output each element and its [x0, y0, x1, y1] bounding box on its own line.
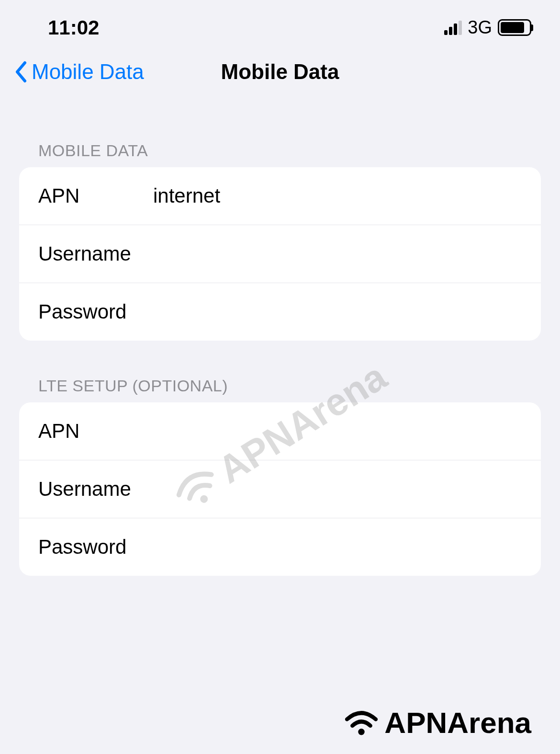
form-row-username[interactable]: Username	[19, 225, 541, 283]
password-label: Password	[38, 300, 153, 323]
lte-password-input[interactable]	[153, 536, 522, 559]
lte-username-input[interactable]	[153, 478, 522, 501]
signal-icon	[444, 21, 462, 35]
section-header-mobile-data: MOBILE DATA	[0, 141, 560, 160]
back-button[interactable]: Mobile Data	[14, 60, 144, 84]
svg-point-1	[358, 729, 365, 735]
status-time: 11:02	[48, 16, 99, 39]
username-input[interactable]	[153, 242, 522, 265]
form-row-password[interactable]: Password	[19, 283, 541, 341]
status-bar: 11:02 3G	[0, 0, 560, 48]
form-row-lte-password[interactable]: Password	[19, 518, 541, 576]
wifi-icon	[342, 708, 381, 737]
form-row-lte-apn[interactable]: APN	[19, 402, 541, 460]
chevron-back-icon	[14, 61, 28, 83]
battery-icon	[498, 19, 531, 36]
password-input[interactable]	[153, 300, 522, 323]
lte-apn-label: APN	[38, 420, 153, 443]
form-row-apn[interactable]: APN	[19, 167, 541, 225]
apn-label: APN	[38, 184, 153, 207]
back-label: Mobile Data	[32, 60, 144, 84]
lte-username-label: Username	[38, 478, 153, 501]
form-group-mobile-data: APN Username Password	[19, 167, 541, 341]
watermark-bottom: APNArena	[342, 706, 531, 740]
status-indicators: 3G	[444, 17, 531, 38]
form-row-lte-username[interactable]: Username	[19, 460, 541, 518]
lte-password-label: Password	[38, 536, 153, 559]
apn-input[interactable]	[153, 184, 522, 207]
navigation-bar: Mobile Data Mobile Data	[0, 48, 560, 96]
form-group-lte-setup: APN Username Password	[19, 402, 541, 576]
username-label: Username	[38, 242, 153, 265]
network-type-label: 3G	[468, 17, 492, 38]
section-header-lte-setup: LTE SETUP (OPTIONAL)	[0, 377, 560, 395]
lte-apn-input[interactable]	[153, 420, 522, 443]
page-title: Mobile Data	[221, 60, 339, 84]
